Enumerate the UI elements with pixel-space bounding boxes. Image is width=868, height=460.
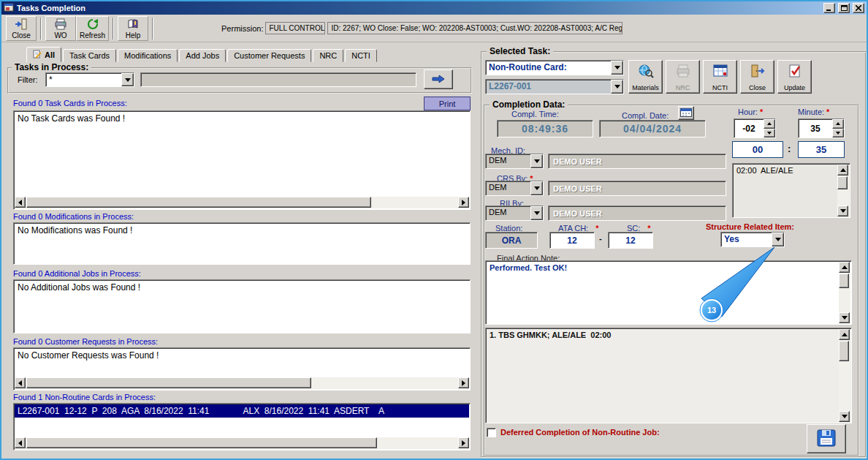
chevron-down-icon[interactable] [121,73,134,86]
spin-up-button[interactable] [764,119,775,129]
scroll-thumb[interactable] [839,274,849,288]
scroll-right-button[interactable] [458,197,469,208]
minimize-button[interactable] [823,3,835,13]
minute-label: Minute:* [798,108,829,116]
scroll-up-button[interactable] [839,262,850,273]
history-textarea[interactable]: 1. TBS GHMKK; ALE/ALE 02:00 [485,328,852,423]
nrc-button: NRC [666,60,700,94]
labor-log-box[interactable]: 02:00 ALE/ALE [732,163,850,218]
help-button[interactable]: Help [118,16,148,41]
calendar-icon [680,108,692,118]
update-label: Update [784,84,805,91]
horizontal-scrollbar[interactable] [15,377,469,389]
chevron-down-icon[interactable] [611,80,623,94]
printer-icon [54,18,67,31]
tasks-in-process-legend: Tasks in Process: [12,62,91,72]
modifications-list[interactable]: No Modifications was Found ! [13,222,471,265]
close-task-button[interactable]: Close [740,60,774,94]
scroll-down-button[interactable] [839,411,850,422]
save-button[interactable] [807,424,846,453]
callout-arrow-13: 13 [688,243,791,323]
final-action-textarea[interactable]: Performed. Test OK! [485,260,852,325]
vertical-scrollbar[interactable] [839,329,850,422]
close-button[interactable]: Close [6,16,37,41]
hour-spinner[interactable]: -02 [734,118,776,138]
required-marker: * [826,108,829,116]
ata-field[interactable]: 12 [549,232,595,249]
horizontal-scrollbar[interactable] [15,437,469,449]
minute-spinner[interactable]: 35 [798,118,845,138]
tab-customer-requests[interactable]: Customer Requests [227,49,311,62]
spin-down-button[interactable] [832,129,844,138]
rii-by-combo[interactable]: DEM [485,206,544,221]
scroll-thumb[interactable] [26,377,311,388]
scroll-left-button[interactable] [15,437,26,448]
scroll-up-button[interactable] [839,329,850,340]
scroll-down-button[interactable] [839,312,850,323]
tab-nrc[interactable]: NRC [313,49,343,62]
permission-group: Permission: FULL CONTROL ID: 2267; WO Cl… [221,22,623,34]
mech-id-combo[interactable]: DEM [485,154,544,169]
close-window-button[interactable] [853,3,864,13]
crs-by-combo[interactable]: DEM [485,181,544,196]
crs-by-value: DEM [486,181,530,195]
customer-requests-list[interactable]: No Customer Requests was Found ! [13,347,471,391]
scroll-right-button[interactable] [458,437,469,448]
selected-nrc-row[interactable]: L2267-001 12-12 P 208 AGA 8/16/2022 11:4… [15,404,469,418]
tab-modifications[interactable]: Modifications [118,49,178,62]
chevron-down-icon[interactable] [530,206,543,220]
calendar-button[interactable] [678,106,694,120]
tab-all[interactable]: All [26,47,61,62]
materials-button[interactable]: Materials [628,60,663,94]
chevron-down-icon[interactable] [530,181,543,195]
task-type-value: Non-Routine Card: [486,61,611,75]
vertical-scrollbar[interactable] [837,165,849,216]
scroll-up-button[interactable] [837,165,848,176]
non-routine-cards-header: Found 1 Non-Routine Cards in Process: [13,393,156,401]
close-task-label: Close [749,84,766,91]
scroll-left-button[interactable] [15,377,26,388]
filter-go-button[interactable] [424,69,453,89]
wo-button[interactable]: WO [45,16,76,41]
refresh-button[interactable]: Refresh [76,16,109,41]
horizontal-scrollbar[interactable] [15,197,469,208]
scroll-thumb[interactable] [837,176,848,189]
spin-up-button[interactable] [832,119,844,129]
compl-time-field: 08:49:36 [497,120,593,137]
scroll-down-button[interactable] [837,206,848,216]
additional-jobs-list[interactable]: No Additional Jobs was Found ! [13,279,471,333]
task-id-combo[interactable]: L2267-001 [485,79,624,94]
task-cards-header: Found 0 Task Cards in Process: [13,99,127,108]
tab-label: NCTI [351,51,370,60]
filter-text-field[interactable] [140,72,416,87]
modifications-header: Found 0 Modifications in Process: [13,212,134,221]
scroll-thumb[interactable] [26,197,371,208]
sc-field[interactable]: 12 [608,232,653,249]
ncti-button[interactable]: NCTI [703,60,737,94]
maximize-button[interactable] [838,3,850,13]
tab-ncti[interactable]: NCTI [345,49,377,62]
scroll-thumb[interactable] [839,341,849,361]
scroll-right-button[interactable] [458,377,469,388]
task-type-combo[interactable]: Non-Routine Card: [485,60,624,75]
compl-date-label: Compl. Date: [622,111,669,120]
save-floppy-icon [816,429,837,449]
scroll-thumb[interactable] [26,437,377,448]
chevron-down-icon[interactable] [530,154,543,168]
help-label: Help [126,31,141,39]
non-routine-cards-list[interactable]: L2267-001 12-12 P 208 AGA 8/16/2022 11:4… [13,403,471,450]
app-icon [4,2,14,14]
vertical-scrollbar[interactable] [839,262,850,323]
filter-combo[interactable]: * [45,72,134,87]
task-cards-list[interactable]: No Task Cards was Found ! [13,110,471,210]
deferred-checkbox[interactable] [487,428,496,437]
rii-by-value: DEM [486,206,530,220]
tab-task-cards[interactable]: Task Cards [63,49,116,62]
tab-add-jobs[interactable]: Add Jobs [179,49,226,62]
print-button[interactable]: Print [424,97,471,110]
spin-down-button[interactable] [764,129,775,138]
scroll-left-button[interactable] [15,197,26,208]
chevron-down-icon[interactable] [611,61,623,75]
permission-value: FULL CONTROL [265,22,325,34]
update-button[interactable]: Update [777,60,812,94]
